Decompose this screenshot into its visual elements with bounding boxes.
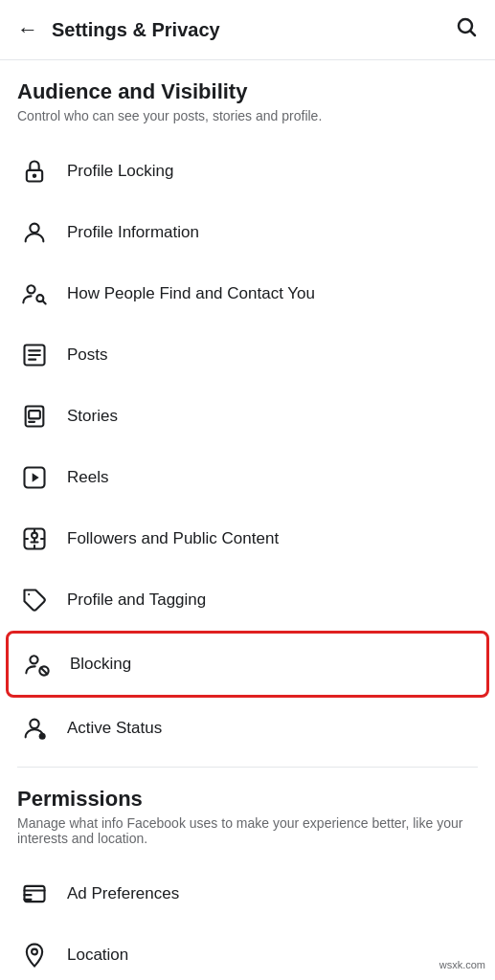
svg-point-35 (32, 949, 37, 955)
menu-item-followers-public[interactable]: Followers and Public Content (0, 508, 495, 569)
menu-item-reels[interactable]: Reels (0, 447, 495, 508)
person-search-icon (17, 277, 52, 311)
menu-item-profile-locking[interactable]: Profile Locking (0, 141, 495, 202)
watermark: wsxk.com (439, 959, 485, 970)
menu-item-blocking[interactable]: Blocking (6, 631, 489, 698)
menu-item-label-profile-locking: Profile Locking (67, 162, 174, 181)
svg-point-4 (30, 224, 38, 233)
audience-section-title: Audience and Visibility (17, 79, 478, 104)
svg-point-18 (32, 533, 37, 539)
svg-line-7 (43, 301, 46, 304)
menu-item-active-status[interactable]: Active Status (0, 698, 495, 759)
svg-line-28 (41, 668, 48, 675)
permissions-section-title: Permissions (17, 787, 478, 812)
menu-item-label-blocking: Blocking (70, 655, 131, 674)
permissions-section: Permissions Manage what info Facebook us… (0, 775, 495, 863)
svg-point-30 (39, 733, 46, 740)
menu-item-posts[interactable]: Posts (0, 324, 495, 386)
header-left: ← Settings & Privacy (17, 17, 220, 42)
reels-icon (17, 460, 52, 495)
tag-icon (17, 583, 52, 617)
header-title: Settings & Privacy (52, 19, 220, 41)
menu-item-location[interactable]: Location (0, 924, 495, 980)
svg-point-29 (30, 720, 38, 728)
menu-item-label-stories: Stories (67, 407, 118, 426)
posts-icon (17, 338, 52, 372)
active-icon (17, 711, 52, 746)
section-divider (17, 767, 478, 768)
menu-item-label-how-people-find: How People Find and Contact You (67, 284, 315, 303)
menu-item-label-reels: Reels (67, 468, 108, 487)
menu-item-label-active-status: Active Status (67, 719, 162, 738)
back-icon[interactable]: ← (17, 17, 38, 42)
audience-section: Audience and Visibility Control who can … (0, 60, 495, 141)
menu-item-stories[interactable]: Stories (0, 386, 495, 447)
menu-item-label-followers-public: Followers and Public Content (67, 529, 279, 548)
menu-item-label-ad-preferences: Ad Preferences (67, 884, 179, 903)
svg-marker-16 (33, 473, 39, 481)
svg-point-3 (34, 175, 35, 177)
menu-item-label-profile-information: Profile Information (67, 223, 199, 242)
menu-item-label-location: Location (67, 946, 128, 965)
svg-rect-13 (29, 411, 40, 418)
block-icon (20, 647, 55, 681)
menu-item-label-posts: Posts (67, 345, 108, 365)
menu-item-ad-preferences[interactable]: Ad Preferences (0, 863, 495, 924)
menu-item-profile-information[interactable]: Profile Information (0, 202, 495, 263)
svg-point-26 (30, 656, 37, 663)
ad-icon (17, 877, 52, 911)
menu-item-profile-tagging[interactable]: Profile and Tagging (0, 569, 495, 631)
menu-item-label-profile-tagging: Profile and Tagging (67, 590, 206, 610)
person-icon (17, 215, 52, 250)
header: ← Settings & Privacy (0, 0, 495, 60)
lock-icon (17, 154, 52, 189)
svg-point-5 (27, 285, 34, 293)
followers-icon (17, 522, 52, 556)
audience-section-desc: Control who can see your posts, stories … (17, 108, 478, 123)
permissions-section-desc: Manage what info Facebook uses to make y… (17, 815, 478, 846)
svg-line-1 (471, 32, 475, 35)
menu-item-how-people-find[interactable]: How People Find and Contact You (0, 263, 495, 324)
search-icon[interactable] (455, 15, 478, 44)
stories-icon (17, 399, 52, 434)
location-icon (17, 938, 52, 972)
